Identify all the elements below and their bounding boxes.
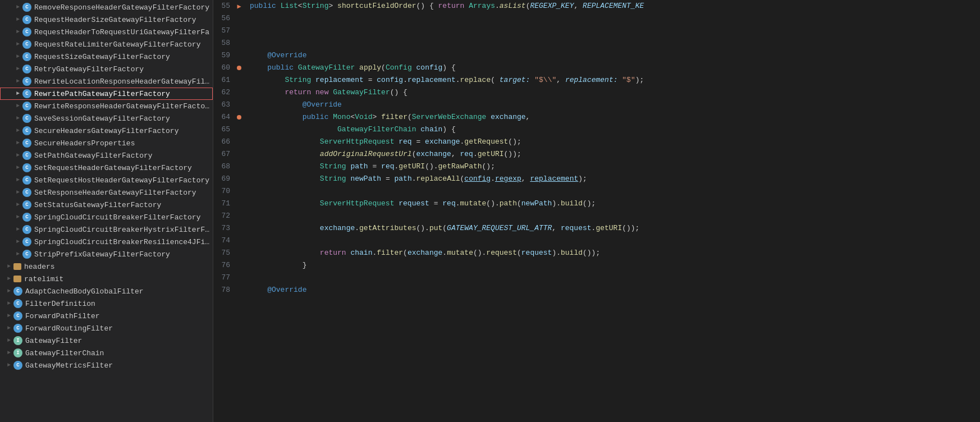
sidebar-item-savesessiongatewayfilterfactory[interactable]: ►CSaveSessionGatewayFilterFactory [0,112,213,125]
class-icon: C [22,176,31,185]
class-icon: C [22,89,31,98]
class-icon: C [22,114,31,123]
sidebar-item-label: SecureHeadersGatewayFilterFactory [34,127,178,135]
tree-arrow-icon: ► [4,361,13,370]
sidebar-item-gatewayfilter[interactable]: ►IGatewayFilter [0,334,213,347]
class-icon: C [22,126,31,135]
code-line-77 [250,272,980,284]
gutter-row-76: 76 [213,259,244,272]
sidebar-item-springcloudcircuitbreakerresilience4jfilterfa[interactable]: ►CSpringCloudCircuitBreakerResilience4JF… [0,236,213,248]
tree-arrow-icon: ► [13,27,22,36]
code-line-68: String path = req.getURI().getRawPath(); [250,160,980,173]
sidebar-item-forwardroutingfilter[interactable]: ►CForwardRoutingFilter [0,322,213,334]
sidebar-item-label: AdaptCachedBodyGlobalFilter [25,287,144,296]
gutter-row-73: 73 [213,222,244,235]
code-line-76: } [250,259,980,272]
sidebar-item-rewriteresponseheadergatewayfilterfactory[interactable]: ►CRewriteResponseHeaderGatewayFilterFact… [0,100,213,112]
class-icon: C [13,287,22,296]
line-number: 69 [213,173,235,185]
gutter-row-59: 59 [213,49,244,62]
sidebar-item-label: SetRequestHostHeaderGatewayFilterFactory [34,176,209,185]
sidebar-item-label: SetStatusGatewayFilterFactory [34,201,161,209]
gutter-row-60: 60 [213,62,244,74]
code-line-69: String newPath = path.replaceAll(config.… [250,173,980,185]
gutter-row-57: 57 [213,25,244,37]
sidebar-item-label: SaveSessionGatewayFilterFactory [34,114,170,123]
tree-arrow-icon: ► [13,151,22,160]
code-line-72 [250,210,980,222]
sidebar-item-setpathgatewayfilterfactory[interactable]: ►CSetPathGatewayFilterFactory [0,149,213,162]
sidebar-item-stripprefixgatewayfilterfactory[interactable]: ►CStripPrefixGatewayFilterFactory [0,248,213,260]
interface-icon: I [13,348,22,357]
sidebar-item-label: SetRequestHeaderGatewayFilterFactory [34,164,192,172]
code-line-75: return chain.filter(exchange.mutate().re… [250,247,980,259]
code-line-64: public Mono<Void> filter(ServerWebExchan… [250,111,980,123]
sidebar-item-setstatusgatewayfilterfactory[interactable]: ►CSetStatusGatewayFilterFactory [0,199,213,211]
line-number: 70 [213,185,235,198]
code-line-59: @Override [250,49,980,62]
sidebar-item-springcloudcircuitbreakerhystrixfilterfactory[interactable]: ►CSpringCloudCircuitBreakerHystrixFilter… [0,223,213,236]
gutter-row-66: 66 [213,136,244,148]
line-number: 62 [213,86,235,99]
line-number: 61 [213,74,235,86]
sidebar-item-setrequestheadergatewayfilterfactory[interactable]: ►CSetRequestHeaderGatewayFilterFactory [0,162,213,174]
tree-arrow-icon: ► [13,250,22,259]
code-line-70 [250,185,980,198]
sidebar-item-setrequesthostheadergatewayfilterfactory[interactable]: ►CSetRequestHostHeaderGatewayFilterFacto… [0,174,213,186]
sidebar-item-rewritelocationresponseheadergatewayfilte[interactable]: ►CRewriteLocationResponseHeaderGatewayFi… [0,75,213,88]
code-line-71: ServerHttpRequest request = req.mutate()… [250,198,980,210]
gutter-row-78: 78 [213,284,244,296]
sidebar-item-setresponseheadergatewayfilterfactory[interactable]: ►CSetResponseHeaderGatewayFilterFactory [0,186,213,199]
sidebar-item-requestheadertorequesturigatewayfilterfa[interactable]: ►CRequestHeaderToRequestUriGatewayFilter… [0,26,213,38]
sidebar-item-label: GatewayFilter [25,337,82,345]
code-line-56 [250,12,980,25]
class-icon: C [22,27,31,36]
sidebar-item-gatewaymetricsfilter[interactable]: ►CGatewayMetricsFilter [0,359,213,371]
interface-icon: I [13,336,22,345]
sidebar-item-label: RewriteLocationResponseHeaderGatewayFilt… [34,77,210,86]
sidebar-item-removeresponseheadergatewayfilterfactory[interactable]: ►CRemoveResponseHeaderGatewayFilterFacto… [0,1,213,13]
gutter-row-70: 70 [213,185,244,198]
sidebar-item-label: RequestSizeGatewayFilterFactory [34,53,170,61]
line-number: 78 [213,284,235,296]
class-icon: C [13,311,22,320]
sidebar-item-label: StripPrefixGatewayFilterFactory [34,250,170,259]
gutter-row-77: 77 [213,272,244,284]
sidebar-item-label: GatewayMetricsFilter [25,361,113,370]
sidebar-item-requestsizegatewayfilterfactory[interactable]: ►CRequestSizeGatewayFilterFactory [0,51,213,63]
sidebar-item-requestheadersizegatewayfilterfactory[interactable]: ►CRequestHeaderSizeGatewayFilterFactory [0,13,213,26]
sidebar-item-filterdefinition[interactable]: ►CFilterDefinition [0,297,213,310]
code-line-74 [250,235,980,247]
sidebar-item-label: SetResponseHeaderGatewayFilterFactory [34,189,196,197]
tree-arrow-icon: ► [13,40,22,49]
class-icon: C [22,213,31,222]
line-number: 75 [213,247,235,259]
sidebar-item-ratelimit[interactable]: ►ratelimit [0,273,213,285]
sidebar-item-requestratelimitergatewayfilterfactory[interactable]: ►CRequestRateLimiterGatewayFilterFactory [0,38,213,51]
line-number: 56 [213,12,235,25]
class-icon: C [13,299,22,308]
sidebar-item-gatewayfilterchain[interactable]: ►IGatewayFilterChain [0,347,213,359]
gutter-row-64: 64 [213,111,244,123]
file-tree: ►CRemoveResponseHeaderGatewayFilterFacto… [0,0,213,422]
sidebar-item-label: RewritePathGatewayFilterFactory [34,90,170,98]
tree-arrow-icon: ► [13,52,22,61]
sidebar-item-rewritepathgatewayfilterfactory[interactable]: ►CRewritePathGatewayFilterFactory [0,88,213,100]
class-icon: C [22,65,31,74]
code-line-62: return new GatewayFilter() { [250,86,980,99]
gutter-row-58: 58 [213,37,244,49]
sidebar-item-springcloudcircuitbreakerfilterfactory[interactable]: ►CSpringCloudCircuitBreakerFilterFactory [0,211,213,223]
tree-arrow-icon: ► [13,225,22,234]
sidebar-item-label: SpringCloudCircuitBreakerHystrixFilterFa… [34,226,210,234]
tree-arrow-icon: ► [13,15,22,24]
sidebar-item-retrygatewayfilterfactory[interactable]: ►CRetryGatewayFilterFactory [0,63,213,75]
sidebar-item-secureheadersproperties[interactable]: ►CSecureHeadersProperties [0,137,213,149]
sidebar-item-adaptcachedbodyglobalfilter[interactable]: ►CAdaptCachedBodyGlobalFilter [0,285,213,297]
line-number: 64 [213,111,235,123]
sidebar-item-secureheadersgatewayfilterfactory[interactable]: ►CSecureHeadersGatewayFilterFactory [0,125,213,137]
sidebar-item-forwardpathfilter[interactable]: ►CForwardPathFilter [0,310,213,322]
code-line-58 [250,37,980,49]
tree-arrow-icon: ► [13,176,22,185]
sidebar-item-headers[interactable]: ►headers [0,260,213,273]
line-number: 68 [213,160,235,173]
